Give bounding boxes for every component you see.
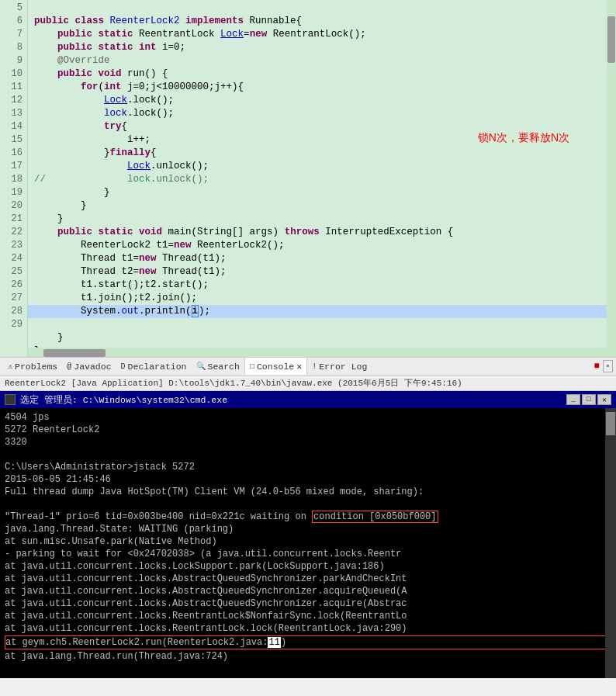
declaration-icon: D	[121, 362, 126, 371]
cmd-line-7: Full thread dump Java HotSpot(TM) Client…	[5, 486, 611, 498]
tab-console-close: ✕	[296, 361, 302, 372]
cmd-line-17: at java.util.concurrent.locks.ReentrantL…	[5, 610, 611, 622]
cmd-line-20: at java.lang.Thread.run(Thread.java:724)	[5, 650, 611, 663]
tab-console-label: Console	[257, 362, 294, 372]
tab-errorlog-label: Error Log	[319, 362, 367, 372]
vertical-scrollbar[interactable]	[607, 0, 616, 357]
minimize-button[interactable]: ▪	[603, 360, 613, 372]
cmd-line-6: 2015-06-05 21:45:46	[5, 473, 611, 486]
cmd-title-text: 选定 管理员: C:\Windows\system32\cmd.exe	[20, 394, 227, 406]
tab-errorlog[interactable]: ! Error Log	[307, 358, 372, 375]
cmd-line-19: at geym.ch5.ReenterLock2.run(ReenterLock…	[5, 635, 611, 649]
line-numbers: 5 6 7 8 9 10 11 12 13 14 15 16 17 18 19 …	[0, 0, 28, 357]
window-buttons: _ □ ✕	[566, 394, 611, 405]
cmd-line-15: at java.util.concurrent.locks.AbstractQu…	[5, 585, 611, 597]
console-icon: □	[250, 362, 254, 371]
cmd-line-8	[5, 498, 611, 511]
tab-search-label: Search	[208, 362, 240, 372]
tab-console[interactable]: □ Console ✕	[244, 358, 307, 375]
cmd-content: 4504 jps 5272 ReenterLock2 3320 C:\Users…	[0, 408, 616, 678]
tab-javadoc[interactable]: @ Javadoc	[62, 358, 116, 375]
cmd-line-14: at java.util.concurrent.locks.AbstractQu…	[5, 573, 611, 585]
cmd-line-5: C:\Users\Administrator>jstack 5272	[5, 461, 611, 473]
tab-javadoc-label: Javadoc	[74, 362, 111, 372]
horizontal-scrollbar[interactable]	[28, 348, 607, 357]
code-editor: 5 6 7 8 9 10 11 12 13 14 15 16 17 18 19 …	[0, 0, 616, 357]
cmd-line-2: 5272 ReenterLock2	[5, 424, 611, 436]
cmd-window: 选定 管理员: C:\Windows\system32\cmd.exe _ □ …	[0, 391, 616, 678]
cmd-line-11: at sun.misc.Unsafe.park(Native Method)	[5, 535, 611, 548]
cmd-titlebar: 选定 管理员: C:\Windows\system32\cmd.exe _ □ …	[0, 391, 616, 408]
tab-problems[interactable]: ⚠ Problems	[3, 358, 62, 375]
cmd-line-3: 3320	[5, 436, 611, 448]
errorlog-icon: !	[312, 362, 317, 371]
cmd-scrollbar-thumb	[606, 412, 615, 435]
cmd-line-9: "Thread-1" prio=6 tid=0x003be400 nid=0x2…	[5, 511, 611, 523]
cmd-line-12: - parking to wait for <0x24702038> (a ja…	[5, 548, 611, 560]
cmd-line-16: at java.util.concurrent.locks.AbstractQu…	[5, 597, 611, 610]
status-bar: ReenterLock2 [Java Application] D:\tools…	[0, 376, 616, 391]
tabs-bar: ⚠ Problems @ Javadoc D Declaration 🔍 Sea…	[0, 357, 616, 376]
cmd-line-18: at java.util.concurrent.locks.ReentrantL…	[5, 622, 611, 635]
problems-icon: ⚠	[8, 362, 12, 371]
cmd-line-1: 4504 jps	[5, 411, 611, 424]
cmd-scrollbar[interactable]	[605, 408, 616, 678]
tab-problems-label: Problems	[15, 362, 57, 372]
close-window-button[interactable]: ✕	[597, 394, 611, 405]
tab-right-actions: ■ ▪	[594, 360, 613, 372]
maximize-window-button[interactable]: □	[582, 394, 596, 405]
cmd-line-4	[5, 448, 611, 461]
code-content[interactable]: public class ReenterLock2 implements Run…	[28, 0, 607, 357]
search-icon: 🔍	[196, 362, 206, 371]
chinese-annotation: 锁N次，要释放N次	[478, 131, 569, 145]
stop-button[interactable]: ■	[594, 361, 600, 372]
cmd-icon	[5, 394, 16, 405]
minimize-window-button[interactable]: _	[566, 394, 580, 405]
cmd-line-10: java.lang.Thread.State: WAITING (parking…	[5, 523, 611, 535]
status-text: ReenterLock2 [Java Application] D:\tools…	[5, 377, 462, 389]
tab-declaration[interactable]: D Declaration	[116, 358, 192, 375]
javadoc-icon: @	[67, 362, 71, 371]
cmd-line-13: at java.util.concurrent.locks.LockSuppor…	[5, 560, 611, 573]
tab-search[interactable]: 🔍 Search	[192, 358, 244, 375]
tab-declaration-label: Declaration	[128, 362, 187, 372]
